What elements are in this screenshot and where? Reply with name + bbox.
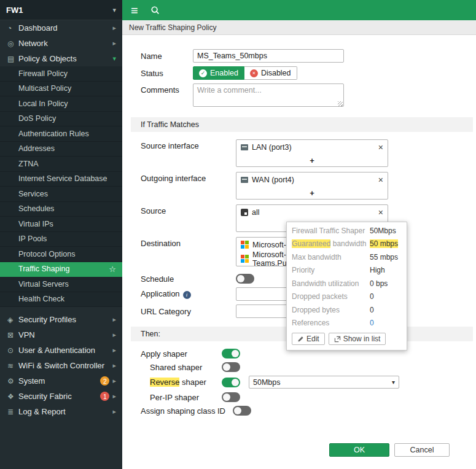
sidebar-item-virtual-servers[interactable]: Virtual Servers xyxy=(0,277,122,292)
sidebar-item-log-report[interactable]: ≣ Log & Report ▸ xyxy=(0,404,122,419)
section-if-traffic-matches: If Traffic Matches xyxy=(131,117,473,132)
sidebar-item-firewall-policy[interactable]: Firewall Policy xyxy=(0,66,122,82)
log-report-icon: ≣ xyxy=(7,408,18,416)
apply-shaper-toggle[interactable] xyxy=(222,349,240,359)
remove-icon[interactable]: × xyxy=(378,176,383,184)
sidebar-item-wifi-switch-controller[interactable]: ≋ WiFi & Switch Controller ▸ xyxy=(0,358,122,373)
sidebar-item-internet-service-database[interactable]: Internet Service Database xyxy=(0,172,122,187)
sidebar-item-dashboard[interactable]: ◔ Dashboard ▸ xyxy=(0,20,122,36)
gear-icon: ⚙ xyxy=(7,377,18,386)
sidebar-item-security-profiles[interactable]: ◈ Security Profiles ▸ xyxy=(0,312,122,327)
sidebar-item-network[interactable]: ◎ Network ▸ xyxy=(0,36,122,51)
sidebar-item-policy-objects[interactable]: ▤ Policy & Objects ▾ xyxy=(0,51,122,66)
app-window: FW1 ▾ ◔ Dashboard ▸ ◎ Network ▸ ▤ Policy… xyxy=(0,0,476,469)
source-interface-entry[interactable]: LAN (port3) × xyxy=(236,140,388,154)
per-ip-shaper-label: Per-IP shaper xyxy=(141,393,222,402)
search-icon[interactable] xyxy=(150,6,160,15)
security-fabric-icon: ❖ xyxy=(7,392,18,401)
detail-label: Priority xyxy=(292,266,370,274)
sidebar-item-user-authentication[interactable]: ⊙ User & Authentication ▸ xyxy=(0,343,122,358)
sidebar-item-addresses[interactable]: Addresses xyxy=(0,142,122,157)
sidebar-item-authentication-rules[interactable]: Authentication Rules xyxy=(0,126,122,142)
detail-value: 0 bps xyxy=(370,279,388,288)
sidebar-item-health-check[interactable]: Health Check xyxy=(0,292,122,308)
per-ip-shaper-toggle[interactable] xyxy=(222,392,240,402)
chevron-down-icon: ▾ xyxy=(392,379,395,386)
shared-shaper-toggle[interactable] xyxy=(222,362,240,372)
assign-shaping-class-label: Assign shaping class ID xyxy=(141,406,233,416)
ok-button[interactable]: OK xyxy=(329,443,389,457)
detail-label: Firewall Traffic Shaper xyxy=(292,227,370,235)
interface-icon xyxy=(241,177,248,183)
status-label: Status xyxy=(141,69,193,78)
chevron-right-icon: ▸ xyxy=(112,331,116,339)
sidebar-item-local-in-policy[interactable]: Local In Policy xyxy=(0,96,122,112)
name-input[interactable] xyxy=(193,49,344,63)
sidebar: FW1 ▾ ◔ Dashboard ▸ ◎ Network ▸ ▤ Policy… xyxy=(0,0,122,469)
security-profiles-icon: ◈ xyxy=(7,316,18,324)
sidebar-item-multicast-policy[interactable]: Multicast Policy xyxy=(0,82,122,97)
status-toggle-group: ✓ Enabled × Disabled xyxy=(193,66,297,80)
sidebar-item-dos-policy[interactable]: DoS Policy xyxy=(0,112,122,127)
sidebar-item-vpn[interactable]: ⊠ VPN ▸ xyxy=(0,327,122,343)
top-bar: ≡ xyxy=(122,0,476,20)
status-enabled-button[interactable]: ✓ Enabled xyxy=(193,66,244,80)
status-disabled-button[interactable]: × Disabled xyxy=(244,66,297,80)
show-in-list-icon xyxy=(334,336,341,343)
pencil-icon xyxy=(297,336,304,343)
outgoing-interface-label: Outgoing interface xyxy=(141,172,236,183)
resize-grip[interactable] xyxy=(338,101,343,106)
add-outgoing-interface-button[interactable]: + xyxy=(236,187,388,199)
sidebar-item-ip-pools[interactable]: IP Pools xyxy=(0,232,122,247)
detail-value: 50Mbps xyxy=(370,227,396,235)
detail-value: 0 xyxy=(370,292,374,301)
user-icon: ⊙ xyxy=(7,346,18,355)
detail-value: 55 mbps xyxy=(370,253,398,262)
sidebar-item-security-fabric[interactable]: ❖ Security Fabric 1 ▸ xyxy=(0,389,122,404)
sidebar-item-ztna[interactable]: ZTNA xyxy=(0,157,122,172)
comments-textarea[interactable] xyxy=(193,83,344,107)
references-link[interactable]: 0 xyxy=(370,319,374,327)
x-circle-icon: × xyxy=(250,69,258,77)
sidebar-item-virtual-ips[interactable]: Virtual IPs xyxy=(0,217,122,232)
apply-shaper-label: Apply shaper xyxy=(141,349,222,359)
schedule-label: Schedule xyxy=(141,274,236,284)
sidebar-item-system[interactable]: ⚙ System 2 ▸ xyxy=(0,373,122,389)
detail-value: High xyxy=(370,266,385,274)
shaper-details-popover: Firewall Traffic Shaper 50Mbps Guarantee… xyxy=(286,222,407,351)
detail-label: Dropped bytes xyxy=(292,306,370,314)
detail-label: Guaranteed bandwidth xyxy=(292,239,370,248)
network-icon: ◎ xyxy=(7,39,18,48)
chevron-down-icon: ▾ xyxy=(112,55,116,63)
source-interface-label: Source interface xyxy=(141,139,236,150)
outgoing-interface-entry[interactable]: WAN (port4) × xyxy=(236,172,388,187)
chevron-right-icon: ▸ xyxy=(112,24,116,32)
microsoft-logo-icon xyxy=(241,255,249,263)
comments-label: Comments xyxy=(141,83,193,95)
sidebar-item-schedules[interactable]: Schedules xyxy=(0,202,122,217)
source-interface-box: LAN (port3) × + xyxy=(236,139,388,167)
sidebar-item-services[interactable]: Services xyxy=(0,187,122,202)
hamburger-menu-icon[interactable]: ≡ xyxy=(131,4,138,17)
edit-button[interactable]: Edit xyxy=(292,333,325,345)
page-title: New Traffic Shaping Policy xyxy=(129,23,217,32)
star-icon[interactable]: ☆ xyxy=(109,265,116,274)
reverse-shaper-toggle[interactable] xyxy=(222,378,240,387)
remove-icon[interactable]: × xyxy=(378,208,383,217)
source-entry[interactable]: all × xyxy=(236,205,388,219)
detail-label: Bandwidth utilization xyxy=(292,279,370,288)
schedule-toggle[interactable] xyxy=(236,274,254,284)
reverse-shaper-select[interactable]: 50Mbps ▾ xyxy=(249,376,399,389)
assign-shaping-class-toggle[interactable] xyxy=(233,406,251,416)
cancel-button[interactable]: Cancel xyxy=(394,443,450,457)
sidebar-item-protocol-options[interactable]: Protocol Options xyxy=(0,247,122,262)
main-area: ≡ New Traffic Shaping Policy Name Status xyxy=(122,0,476,469)
show-in-list-button[interactable]: Show in list xyxy=(329,333,386,345)
hostname-menu[interactable]: FW1 ▾ xyxy=(0,0,122,20)
add-source-interface-button[interactable]: + xyxy=(236,154,388,166)
remove-icon[interactable]: × xyxy=(378,143,383,152)
info-icon[interactable]: i xyxy=(183,291,191,299)
wifi-icon: ≋ xyxy=(7,362,18,370)
sidebar-item-traffic-shaping[interactable]: Traffic Shaping ☆ xyxy=(0,262,122,277)
vpn-icon: ⊠ xyxy=(7,331,18,339)
